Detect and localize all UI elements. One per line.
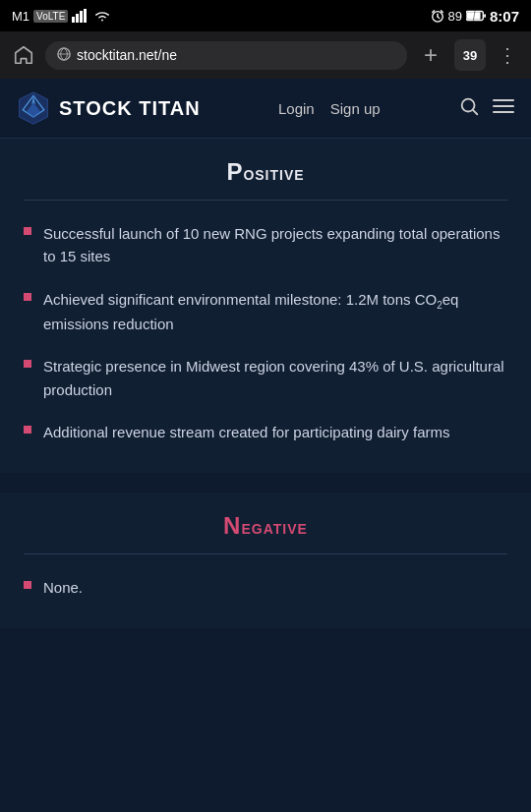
list-item: None.	[24, 576, 507, 599]
battery-level: 89	[448, 9, 462, 24]
list-item: Additional revenue stream created for pa…	[24, 421, 507, 443]
bullet-icon	[24, 293, 31, 301]
bullet-icon	[24, 227, 31, 235]
browser-bar: stocktitan.net/ne + 39 ⋮	[0, 31, 531, 79]
svg-rect-2	[80, 11, 83, 23]
list-item: Successful launch of 10 new RNG projects…	[24, 222, 507, 268]
section-gap	[0, 473, 531, 493]
positive-list: Successful launch of 10 new RNG projects…	[24, 222, 507, 443]
header-icons	[458, 95, 515, 122]
status-right: 89 8:07	[431, 8, 520, 25]
logo-icon	[16, 90, 51, 126]
volte-badge: VoLTE	[33, 10, 68, 23]
add-tab-icon: +	[424, 41, 438, 69]
menu-dots-icon: ⋮	[498, 43, 518, 67]
home-button[interactable]	[10, 41, 37, 69]
negative-title: Negative	[24, 512, 507, 540]
svg-line-6	[438, 17, 440, 19]
positive-section: Positive Successful launch of 10 new RNG…	[0, 139, 531, 473]
svg-line-7	[432, 11, 434, 13]
svg-rect-3	[84, 9, 87, 23]
main-content: Positive Successful launch of 10 new RNG…	[0, 139, 531, 628]
negative-item-1: None.	[43, 576, 83, 599]
login-link[interactable]: Login	[278, 100, 315, 117]
bullet-icon	[24, 426, 31, 434]
list-item: Achieved significant environmental miles…	[24, 288, 507, 336]
positive-item-3: Strategic presence in Midwest region cov…	[43, 355, 507, 401]
list-item: Strategic presence in Midwest region cov…	[24, 355, 507, 401]
wifi-icon	[93, 9, 111, 23]
url-text: stocktitan.net/ne	[77, 47, 177, 63]
tab-count-button[interactable]: 39	[454, 39, 486, 71]
alarm-icon	[431, 9, 444, 23]
svg-rect-0	[72, 17, 75, 23]
url-security-icon	[57, 47, 71, 64]
browser-menu-button[interactable]: ⋮	[494, 41, 521, 69]
status-bar: M1 VoLTE 89 8:0	[0, 0, 531, 31]
positive-item-4: Additional revenue stream created for pa…	[43, 421, 450, 443]
svg-rect-11	[484, 14, 486, 18]
signup-link[interactable]: Sign up	[330, 100, 381, 117]
svg-rect-1	[76, 14, 79, 23]
svg-line-8	[441, 11, 442, 13]
logo-area[interactable]: STOCK TITAN	[16, 90, 201, 126]
site-header: STOCK TITAN Login Sign up	[0, 79, 531, 139]
bullet-icon	[24, 581, 31, 589]
header-nav: Login Sign up	[278, 100, 381, 117]
negative-divider	[24, 553, 507, 554]
negative-list: None.	[24, 576, 507, 599]
battery-icon	[466, 10, 486, 22]
time-display: 8:07	[490, 8, 519, 25]
svg-line-20	[473, 110, 477, 114]
status-left: M1 VoLTE	[12, 9, 111, 24]
signal-icon	[72, 9, 89, 23]
tab-count-label: 39	[463, 48, 477, 63]
positive-item-1: Successful launch of 10 new RNG projects…	[43, 222, 507, 268]
negative-section: Negative None.	[0, 493, 531, 628]
positive-item-2: Achieved significant environmental miles…	[43, 288, 507, 336]
positive-title: Positive	[24, 158, 507, 186]
menu-icon[interactable]	[492, 95, 515, 122]
url-bar[interactable]: stocktitan.net/ne	[45, 41, 407, 70]
new-tab-button[interactable]: +	[415, 39, 446, 71]
positive-divider	[24, 200, 507, 201]
logo-text: STOCK TITAN	[59, 97, 201, 120]
bullet-icon	[24, 360, 31, 368]
search-icon[interactable]	[458, 95, 480, 122]
carrier-label: M1	[12, 9, 30, 24]
